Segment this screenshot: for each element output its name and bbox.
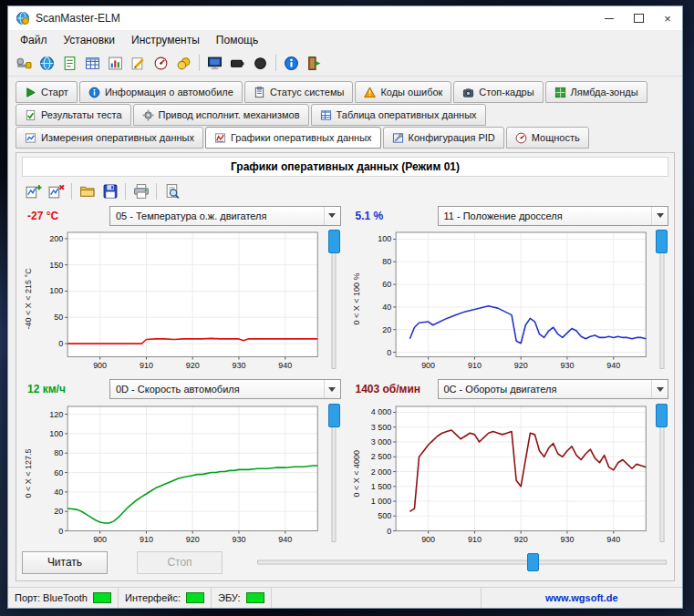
svg-text:0: 0 (387, 348, 391, 357)
svg-text:1 500: 1 500 (370, 481, 390, 490)
info-icon (284, 56, 299, 71)
data-table-button[interactable] (82, 53, 103, 74)
ecu-label: ЭБУ: (218, 592, 241, 603)
pid-select-2[interactable]: 0D - Скорость автомобиля (109, 379, 341, 399)
charts-button[interactable] (105, 53, 126, 74)
vehicle-info-icon (88, 87, 100, 98)
menu-item-file[interactable]: Файл (12, 30, 56, 50)
connect-button[interactable] (36, 53, 57, 74)
svg-text:920: 920 (513, 534, 527, 543)
edit-notes-button[interactable] (128, 53, 149, 74)
print-button[interactable] (130, 181, 151, 202)
tab-control: Старт Информация о автомобиле Статус сис… (8, 77, 682, 149)
remove-chart-icon (48, 183, 65, 200)
pid-select-3[interactable]: 0C - Обороты двигателя (438, 379, 669, 399)
svg-text:910: 910 (140, 361, 153, 370)
svg-text:910: 910 (467, 361, 481, 370)
tab-live-data-graphs[interactable]: Графики оперативных данных (205, 127, 381, 149)
save-button[interactable] (99, 181, 120, 202)
tab-label: Мощность (532, 132, 580, 143)
globe-icon (39, 56, 55, 71)
gauge-button[interactable] (150, 53, 171, 74)
toolbar-separator (71, 183, 72, 200)
open-button[interactable] (77, 181, 98, 202)
tab-error-codes[interactable]: Коды ошибок (355, 81, 451, 103)
chart-cell-rpm: 1403 об/мин 0C - Обороты двигателя 0 < X… (350, 380, 669, 545)
svg-text:500: 500 (378, 511, 391, 520)
pid-select-0[interactable]: 05 - Температура о.ж. двигателя (109, 206, 341, 226)
maximize-button[interactable] (624, 6, 653, 30)
tab-lambda-sensors[interactable]: Лямбда-зонды (545, 81, 647, 103)
menu-item-help[interactable]: Помощь (208, 30, 266, 50)
chart-window-icon (108, 56, 123, 71)
coins-button[interactable] (173, 53, 194, 74)
toolbar-separator (125, 183, 126, 200)
pid-select-value: 0D - Скорость автомобиля (116, 384, 240, 395)
pid-config-icon (392, 132, 404, 144)
close-button[interactable]: × (653, 6, 682, 30)
timeline-track[interactable] (257, 560, 667, 565)
chart-scrollbar[interactable] (655, 402, 668, 545)
chart-scrollbar[interactable] (327, 402, 341, 545)
website-link[interactable]: www.wgsoft.de (545, 592, 618, 603)
record-button[interactable] (250, 53, 271, 74)
tab-pid-config[interactable]: Конфигурация PID (383, 127, 504, 149)
tab-vehicle-info[interactable]: Информация о автомобиле (79, 81, 243, 103)
chart-scrollbar[interactable] (655, 228, 668, 371)
interface-label: Интерфейс: (125, 592, 181, 603)
menu-item-settings[interactable]: Установки (56, 30, 123, 50)
stop-button[interactable]: Стоп (137, 551, 223, 574)
record-icon (253, 56, 268, 71)
chart-scrollbar-thumb[interactable] (656, 404, 668, 427)
tab-power[interactable]: Мощность (506, 127, 589, 149)
svg-text:930: 930 (560, 361, 574, 370)
minimize-button[interactable] (595, 6, 624, 30)
chart-value-readout: -27 °C (22, 210, 109, 222)
title-bar[interactable]: ScanMaster-ELM × (8, 6, 682, 30)
exit-button[interactable] (304, 53, 325, 74)
graphs-icon (214, 132, 226, 144)
tab-live-data-table[interactable]: Таблица оперативных данных (311, 104, 486, 126)
chart-scrollbar[interactable] (327, 228, 341, 371)
chart-cell-throttle: 5.1 % 11 - Положение дросселя 0 < X < 10… (350, 206, 669, 371)
chart-scrollbar-thumb[interactable] (328, 404, 340, 427)
tab-label: Результаты теста (41, 109, 122, 120)
svg-text:0: 0 (58, 526, 63, 535)
svg-text:920: 920 (513, 361, 527, 370)
info-button[interactable] (281, 53, 302, 74)
chart-scrollbar-thumb[interactable] (656, 230, 668, 253)
tab-system-status[interactable]: Статус системы (244, 81, 353, 103)
tab-live-data-measure[interactable]: Измерения оперативных данных (16, 127, 203, 149)
app-window: ScanMaster-ELM × Файл Установки Инструме… (7, 5, 683, 609)
menu-item-tools[interactable]: Инструменты (123, 30, 208, 50)
tab-freeze-frames[interactable]: Стоп-кадры (453, 81, 543, 103)
svg-text:80: 80 (382, 257, 391, 266)
chart-toolbar (22, 180, 668, 202)
tab-test-results[interactable]: Результаты теста (16, 104, 131, 126)
connection-settings-button[interactable] (14, 53, 35, 74)
battery-button[interactable] (227, 53, 248, 74)
pid-select-1[interactable]: 11 - Положение дросселя (438, 206, 669, 226)
tab-label: Стоп-кадры (479, 87, 533, 98)
panel-title: Графики оперативных данных (Режим 01) (22, 157, 668, 177)
tab-actuator-test[interactable]: Привод исполнит. механизмов (133, 104, 309, 126)
chart-scrollbar-thumb[interactable] (328, 230, 340, 253)
tab-label: Конфигурация PID (409, 132, 495, 143)
battery-icon (230, 56, 245, 71)
table-icon (85, 56, 100, 71)
print-preview-button[interactable] (161, 181, 182, 202)
svg-text:0: 0 (387, 526, 391, 535)
remove-chart-button[interactable] (46, 181, 67, 202)
read-button[interactable]: Читать (22, 551, 108, 574)
monitor-button[interactable] (204, 53, 225, 74)
gear-icon (142, 109, 154, 121)
add-chart-button[interactable] (23, 181, 44, 202)
timeline-slider-thumb[interactable] (527, 553, 539, 571)
timeline-slider[interactable] (257, 553, 667, 571)
tab-start[interactable]: Старт (16, 81, 78, 103)
svg-text:60: 60 (382, 280, 391, 289)
edit-notes-icon (130, 56, 146, 71)
report-button[interactable] (59, 53, 80, 74)
chevron-down-icon (651, 207, 668, 225)
monitor-icon (207, 56, 223, 71)
